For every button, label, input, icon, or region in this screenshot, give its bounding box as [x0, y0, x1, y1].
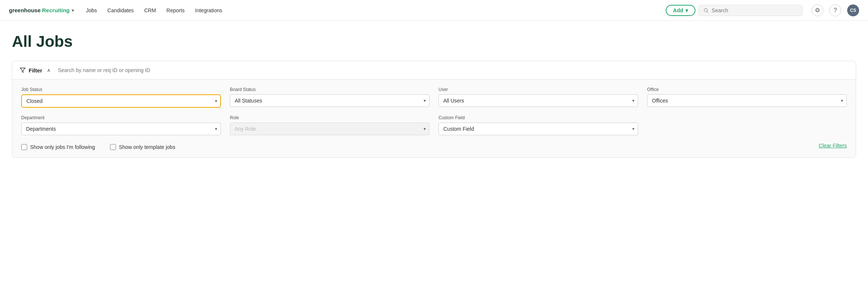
user-select[interactable]: All Users	[438, 94, 638, 107]
board-status-group: Board Status All Statuses Live Not Live …	[230, 87, 430, 107]
job-status-select-wrapper: Closed Open Draft All Job Statuses ▾	[21, 94, 221, 108]
filter-row-2: Department Departments ▾ Role Any Role	[21, 115, 847, 135]
following-checkbox[interactable]	[21, 144, 27, 150]
template-label: Show only template jobs	[119, 144, 176, 150]
settings-button[interactable]: ⚙	[811, 4, 823, 16]
avatar-initials: CS	[850, 8, 856, 13]
help-icon: ?	[834, 7, 837, 14]
custom-field-select-wrapper: Custom Field ▾	[438, 123, 638, 135]
help-button[interactable]: ?	[829, 4, 841, 16]
page-title: All Jobs	[12, 33, 856, 51]
search-area[interactable]	[698, 5, 803, 16]
filter-label: Filter	[29, 67, 42, 74]
board-status-select-wrapper: All Statuses Live Not Live ▾	[230, 94, 430, 107]
logo-text-dark: greenhouse	[9, 7, 41, 13]
filter-footer: Clear Filters	[819, 143, 847, 150]
nav-crm[interactable]: CRM	[144, 7, 156, 13]
role-group: Role Any Role ▾	[230, 115, 430, 135]
logo-chevron-icon: ▾	[72, 8, 74, 13]
job-status-select[interactable]: Closed Open Draft All Job Statuses	[21, 94, 221, 108]
nav-links: Jobs Candidates CRM Reports Integrations	[86, 7, 663, 13]
add-label: Add	[673, 7, 683, 13]
user-label: User	[438, 87, 638, 92]
filter-panel: Filter ∧ Job Status Closed Open Draft Al	[12, 61, 856, 158]
logo-text-green: Recruiting	[42, 7, 70, 13]
clear-filters-button[interactable]: Clear Filters	[819, 143, 847, 149]
template-checkbox[interactable]	[110, 144, 116, 150]
filter-icon	[20, 67, 26, 73]
role-label: Role	[230, 115, 430, 120]
custom-field-label: Custom Field	[438, 115, 638, 120]
nav-jobs[interactable]: Jobs	[86, 7, 97, 13]
add-button[interactable]: Add ▾	[666, 5, 695, 16]
gear-icon: ⚙	[815, 7, 820, 14]
role-select-wrapper: Any Role ▾	[230, 123, 430, 135]
user-select-wrapper: All Users ▾	[438, 94, 638, 107]
filter-search-input[interactable]	[55, 66, 848, 75]
nav-reports[interactable]: Reports	[167, 7, 185, 13]
office-label: Office	[647, 87, 847, 92]
svg-marker-2	[20, 68, 25, 72]
avatar[interactable]: CS	[847, 4, 859, 16]
search-icon	[703, 7, 709, 13]
job-status-label: Job Status	[21, 87, 221, 92]
custom-field-group: Custom Field Custom Field ▾	[438, 115, 638, 135]
department-select[interactable]: Departments	[21, 123, 221, 135]
following-label: Show only jobs I'm following	[30, 144, 95, 150]
office-select[interactable]: Offices	[647, 94, 847, 107]
add-chevron-icon: ▾	[685, 7, 688, 13]
board-status-select[interactable]: All Statuses Live Not Live	[230, 94, 430, 107]
page-content: All Jobs Filter ∧ Job Status	[0, 21, 868, 158]
filter-row-1: Job Status Closed Open Draft All Job Sta…	[21, 87, 847, 108]
custom-field-select[interactable]: Custom Field	[438, 123, 638, 135]
svg-point-0	[704, 9, 707, 12]
filter-header-left: Filter ∧	[20, 67, 51, 74]
nav-action-icons: ⚙ ? CS	[811, 4, 859, 16]
department-label: Department	[21, 115, 221, 120]
filter-header: Filter ∧	[12, 61, 856, 79]
nav-candidates[interactable]: Candidates	[107, 7, 134, 13]
office-group: Office Offices ▾	[647, 87, 847, 107]
user-group: User All Users ▾	[438, 87, 638, 107]
office-select-wrapper: Offices ▾	[647, 94, 847, 107]
filter-collapse-button[interactable]: ∧	[47, 67, 51, 73]
navbar: greenhouse Recruiting ▾ Jobs Candidates …	[0, 0, 868, 21]
department-select-wrapper: Departments ▾	[21, 123, 221, 135]
department-group: Department Departments ▾	[21, 115, 221, 135]
filter-checkboxes: Show only jobs I'm following Show only t…	[21, 144, 175, 150]
search-input[interactable]	[712, 7, 798, 13]
filter-footer-row: Show only jobs I'm following Show only t…	[21, 143, 847, 150]
svg-line-1	[707, 11, 708, 12]
role-select[interactable]: Any Role	[230, 123, 430, 135]
nav-integrations[interactable]: Integrations	[195, 7, 222, 13]
filter-body: Job Status Closed Open Draft All Job Sta…	[12, 79, 856, 157]
job-status-group: Job Status Closed Open Draft All Job Sta…	[21, 87, 221, 108]
app-logo[interactable]: greenhouse Recruiting ▾	[9, 7, 74, 13]
board-status-label: Board Status	[230, 87, 430, 92]
following-checkbox-label[interactable]: Show only jobs I'm following	[21, 144, 95, 150]
template-checkbox-label[interactable]: Show only template jobs	[110, 144, 176, 150]
